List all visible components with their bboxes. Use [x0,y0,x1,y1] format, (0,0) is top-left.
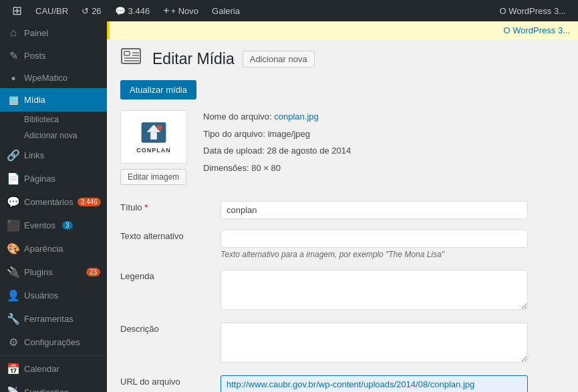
title-row: Título * [120,196,565,224]
description-textarea[interactable] [221,323,528,363]
page-title-icon [120,46,144,72]
media-edit-area: CONPLAN Editar imagem Nome do arquivo: c… [120,110,565,185]
wrap: Editar Mídia Adicionar nova Atualizar mí… [107,39,578,392]
sidebar-item-posts[interactable]: ✎ Posts [0,44,107,67]
admin-bar: ⊞ CAU/BR ↺ 26 💬 3.446 + + Novo Galeria O… [0,0,578,21]
sidebar-item-plugins[interactable]: 🔌 Plugins 23 [0,260,107,284]
url-input[interactable] [221,375,528,392]
midia-icon: ▦ [7,93,20,106]
sidebar-item-painel[interactable]: ⌂ Painel [0,21,107,44]
caption-label: Legenda [120,264,221,317]
plus-icon: + [163,5,169,17]
page-title: Editar Mídia [152,50,235,68]
sidebar-item-aparencia[interactable]: 🎨 Aparência [0,237,107,260]
alt-input[interactable] [221,230,528,248]
filename-row: Nome do arquivo: conplan.jpg [203,110,565,124]
posts-icon: ✎ [7,49,20,62]
sidebar-submenu-biblioteca[interactable]: Biblioteca [0,112,107,128]
sidebar-divider [0,355,107,356]
media-thumbnail: CONPLAN [120,110,187,164]
filetype-row: Tipo do arquivo: image/jpeg [203,128,565,141]
adminbar-wp-logo[interactable]: ⊞ [5,0,29,21]
url-row: URL do arquivo Local do arquivo enviado. [120,370,565,392]
adminbar-galeria[interactable]: Galeria [205,0,247,21]
eventos-icon: ⬛ [7,219,20,232]
wpematico-icon: ● [7,73,20,83]
sidebar-item-ferramentas[interactable]: 🔧 Ferramentas [0,307,107,331]
calendar-icon: 📅 [7,363,20,375]
paginas-icon: 📄 [7,172,20,185]
adminbar-wp-version[interactable]: O WordPress 3... [493,0,573,21]
page-title-wrap: Editar Mídia Adicionar nova [120,46,565,72]
edit-image-button[interactable]: Editar imagem [120,169,186,185]
sidebar-item-midia[interactable]: ▦ Mídia [0,88,107,112]
sidebar-item-paginas[interactable]: 📄 Páginas [0,167,107,190]
media-thumb-area: CONPLAN Editar imagem [120,110,187,185]
dimensions-row: Dimensões: 80 × 80 [203,162,565,175]
painel-icon: ⌂ [7,27,20,39]
caption-row: Legenda [120,264,565,317]
main-content: O WordPress 3... Editar Mídia Adicionar … [107,21,578,392]
url-label: URL do arquivo [120,370,221,392]
sidebar-submenu-adicionar-nova[interactable]: Adicionar nova [0,128,107,144]
sidebar-item-configuracoes[interactable]: ⚙ Configurações [0,331,107,354]
notice-bar: O WordPress 3... [107,21,578,39]
alt-row: Texto alternativo Texto alternativo para… [120,224,565,264]
svg-point-9 [157,125,162,130]
comments-icon: 💬 [115,6,126,16]
description-row: Descrição [120,317,565,370]
comentarios-icon: 💬 [7,196,20,208]
media-info: Nome do arquivo: conplan.jpg Tipo do arq… [203,110,565,185]
edit-form: Título * Texto alternativo Texto alterna… [120,196,565,392]
plugins-icon: 🔌 [7,266,20,278]
add-new-button[interactable]: Adicionar nova [243,51,315,67]
updates-icon: ↺ [82,6,89,16]
alt-label: Texto alternativo [120,224,221,264]
title-label: Título * [120,196,221,224]
sidebar-item-links[interactable]: 🔗 Links [0,144,107,167]
syndication-icon: 📡 [7,386,20,392]
sidebar-item-comentarios[interactable]: 💬 Comentários 3.446 [0,190,107,214]
usuarios-icon: 👤 [7,289,20,302]
sidebar-item-usuarios[interactable]: 👤 Usuários [0,284,107,307]
adminbar-comments[interactable]: 💬 3.446 [108,0,157,21]
svg-rect-1 [124,51,130,55]
update-media-button[interactable]: Atualizar mídia [120,80,196,100]
adminbar-site-name[interactable]: CAU/BR [29,0,75,21]
sidebar-item-wpematico[interactable]: ● WpeMatico [0,67,107,88]
main-layout: ⌂ Painel ✎ Posts ● WpeMatico ▦ Mídia Bib… [0,21,578,392]
filename-link[interactable]: conplan.jpg [274,112,319,122]
alt-hint: Texto alternativo para a imagem, por exe… [221,250,565,259]
links-icon: 🔗 [7,149,20,162]
aparencia-icon: 🎨 [7,242,20,255]
wp-version-link[interactable]: O WordPress 3... [504,25,570,35]
upload-date-row: Data de upload: 28 de agosto de 2014 [203,144,565,158]
wp-logo-icon: ⊞ [12,3,22,18]
conplan-logo: CONPLAN [136,121,171,154]
adminbar-updates[interactable]: ↺ 26 [75,0,108,21]
sidebar-item-syndication[interactable]: 📡 Syndication [0,381,107,392]
adminbar-new[interactable]: + + Novo [156,0,205,21]
svg-rect-8 [150,132,157,139]
caption-textarea[interactable] [221,270,528,310]
configuracoes-icon: ⚙ [7,336,20,349]
description-label: Descrição [120,317,221,370]
sidebar-item-calendar[interactable]: 📅 Calendar [0,357,107,381]
sidebar-item-eventos[interactable]: ⬛ Eventos 3 [0,214,107,237]
title-input[interactable] [221,201,528,219]
ferramentas-icon: 🔧 [7,313,20,325]
sidebar: ⌂ Painel ✎ Posts ● WpeMatico ▦ Mídia Bib… [0,21,107,392]
